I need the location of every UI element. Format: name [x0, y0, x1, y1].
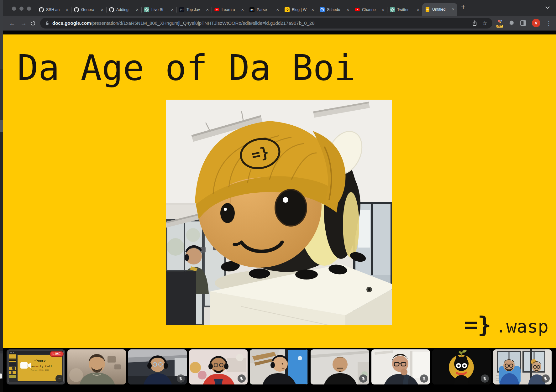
tab-search-chevron-icon[interactable] — [545, 4, 550, 10]
participant-video[interactable] — [189, 349, 248, 384]
tab-close-icon[interactable]: × — [452, 7, 454, 12]
participant-video-active-speaker[interactable] — [250, 349, 308, 384]
tab-bar: SSH an × Genera × Adding × Live St × (A) — [3, 0, 556, 16]
tab-general[interactable]: Genera × — [71, 4, 106, 16]
participant-video-pair[interactable] — [493, 349, 552, 384]
bookmark-star-icon[interactable]: ☆ — [482, 20, 487, 26]
teal-app-icon — [390, 7, 395, 12]
close-window-button[interactable] — [12, 7, 16, 11]
tab-close-icon[interactable]: × — [382, 8, 384, 12]
mic-muted-icon — [481, 374, 489, 383]
tab-close-icon[interactable]: × — [101, 8, 103, 12]
browser-toolbar: ← → docs.google.com/presentation/d/1xaR5… — [3, 16, 556, 31]
tab-close-icon[interactable]: × — [241, 8, 244, 12]
tile-menu-button[interactable]: ⋯ — [55, 375, 63, 383]
code-editor-icon: (A) — [179, 7, 184, 12]
screen: SSH an × Genera × Adding × Live St × (A) — [0, 0, 556, 392]
new-tab-button[interactable]: + — [461, 3, 465, 11]
tab-channel[interactable]: Channe × — [352, 4, 387, 16]
back-button[interactable]: ← — [8, 20, 17, 26]
browser-window: SSH an × Genera × Adding × Live St × (A) — [3, 0, 556, 348]
tab-title: Schedu — [327, 8, 344, 12]
bee-plush-photo: =} — [166, 100, 392, 325]
participant-screen-share[interactable]: =}wasp Community Call February 17th, 202… — [7, 349, 65, 384]
google-slides-icon — [425, 7, 430, 12]
mini-wasp-text: wasp — [38, 359, 45, 362]
live-badge: LIVE — [50, 351, 64, 357]
wasp-logo-text: .wasp — [496, 318, 548, 335]
tab-adding[interactable]: Adding × — [106, 4, 141, 16]
zoom-window-button[interactable] — [27, 7, 31, 11]
teal-app-icon — [144, 7, 149, 12]
beanie-badge-text: =} — [250, 144, 270, 164]
tab-ssh[interactable]: SSH an × — [36, 4, 71, 16]
github-icon — [39, 7, 44, 12]
wasp-logo: =} .wasp — [464, 313, 548, 336]
mic-muted-icon — [542, 374, 550, 383]
tab-title: SSH an — [46, 8, 64, 12]
tab-close-icon[interactable]: × — [66, 8, 68, 12]
mic-muted-icon — [420, 374, 428, 383]
tab-twitter[interactable]: Twitter × — [387, 4, 422, 16]
youtube-icon — [214, 7, 219, 12]
tab-parse[interactable]: M Parse - × — [247, 4, 282, 16]
tab-blog[interactable]: =} Blog | W × — [282, 4, 317, 16]
url-text: docs.google.com/presentation/d/1xaR5N1M_… — [52, 20, 315, 26]
browser-menu-icon[interactable]: ⋮ — [546, 20, 552, 26]
share-icon[interactable] — [472, 20, 477, 26]
side-panel-icon[interactable] — [520, 20, 526, 26]
medium-icon: M — [249, 7, 254, 12]
mic-muted-icon — [177, 374, 185, 383]
url-host: docs.google.com — [52, 20, 91, 26]
profile-avatar[interactable]: V — [532, 19, 540, 27]
minimize-window-button[interactable] — [19, 7, 24, 11]
tab-top-jav[interactable]: (A) Top Jav × — [176, 4, 212, 16]
tab-title: Adding — [116, 8, 134, 12]
extension-off-badge: OFF — [496, 25, 503, 28]
tab-schedule[interactable]: Schedu × — [317, 4, 352, 16]
participant-video[interactable] — [67, 349, 126, 384]
tab-title: Blog | W — [292, 8, 309, 12]
tab-close-icon[interactable]: × — [276, 8, 279, 12]
participant-video[interactable] — [128, 349, 187, 384]
mini-slide-rail — [8, 354, 17, 382]
extensions-puzzle-icon[interactable] — [509, 20, 515, 26]
tab-title: Genera — [81, 8, 99, 12]
mic-muted-icon — [238, 374, 246, 383]
tab-title: Top Jav — [186, 8, 204, 12]
tab-close-icon[interactable]: × — [312, 8, 314, 12]
letterbox-bar — [3, 31, 556, 34]
forward-button[interactable]: → — [19, 20, 28, 26]
participant-video[interactable] — [311, 349, 369, 384]
tab-title: Live St — [151, 8, 169, 12]
scheduler-icon — [320, 7, 325, 12]
url-path: /presentation/d/1xaR5N1M_806_XHngumjl_Q4… — [91, 20, 314, 26]
slide-title: Da Age of Da Boi — [17, 50, 355, 86]
tab-title: Untitled — [432, 7, 450, 12]
participant-video[interactable] — [371, 349, 430, 384]
tab-untitled-active[interactable]: Untitled × — [422, 3, 457, 16]
lock-icon — [45, 21, 49, 25]
tab-title: Parse - — [257, 8, 274, 12]
reload-button[interactable] — [30, 20, 36, 26]
tab-close-icon[interactable]: × — [206, 8, 209, 12]
tab-title: Channe — [362, 8, 380, 12]
tab-close-icon[interactable]: × — [417, 8, 419, 12]
mini-wasp-mark: =} — [34, 359, 38, 362]
window-controls[interactable] — [12, 7, 31, 11]
tab-close-icon[interactable]: × — [347, 8, 349, 12]
address-bar[interactable]: docs.google.com/presentation/d/1xaR5N1M_… — [40, 18, 492, 29]
tab-live-stream[interactable]: Live St × — [141, 4, 176, 16]
camera-icon — [20, 361, 32, 371]
extension-off-icon[interactable]: OFF — [497, 19, 504, 27]
mic-muted-icon — [359, 374, 367, 383]
desktop-edge-strip — [0, 0, 3, 392]
github-icon — [74, 7, 79, 12]
presentation-slide: Da Age of Da Boi — [3, 34, 556, 348]
participant-cat-avatar[interactable] — [432, 349, 491, 384]
tab-close-icon[interactable]: × — [136, 8, 139, 12]
video-call-filmstrip: =}wasp Community Call February 17th, 202… — [0, 348, 556, 392]
tab-close-icon[interactable]: × — [171, 8, 174, 12]
wasp-icon: =} — [285, 7, 290, 12]
tab-learn[interactable]: Learn u × — [212, 4, 247, 16]
